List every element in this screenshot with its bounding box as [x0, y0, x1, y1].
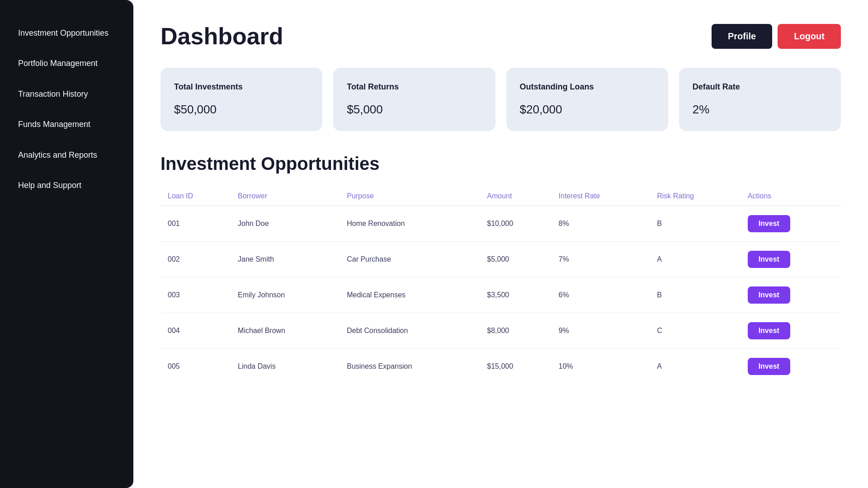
- stat-label-total-returns: Total Returns: [347, 82, 481, 92]
- cell-amount: $15,000: [480, 349, 551, 385]
- invest-button[interactable]: Invest: [748, 358, 790, 375]
- table-row: 001 John Doe Home Renovation $10,000 8% …: [160, 206, 841, 242]
- cell-actions: Invest: [741, 206, 841, 242]
- cell-loan-id: 001: [160, 206, 231, 242]
- col-risk-rating: Risk Rating: [650, 187, 740, 206]
- header: Dashboard Profile Logout: [160, 23, 841, 50]
- stat-card-outstanding-loans: Outstanding Loans $20,000: [506, 68, 668, 131]
- cell-actions: Invest: [741, 242, 841, 277]
- table-row: 005 Linda Davis Business Expansion $15,0…: [160, 349, 841, 385]
- cell-amount: $3,500: [480, 277, 551, 313]
- sidebar-item-transaction-history[interactable]: Transaction History: [0, 79, 133, 109]
- cell-risk-rating: B: [650, 206, 740, 242]
- table-row: 002 Jane Smith Car Purchase $5,000 7% A …: [160, 242, 841, 277]
- cell-interest-rate: 6%: [552, 277, 650, 313]
- stat-value-total-returns: $5,000: [347, 103, 481, 117]
- invest-button[interactable]: Invest: [748, 322, 790, 339]
- sidebar: Investment Opportunities Portfolio Manag…: [0, 0, 133, 488]
- profile-button[interactable]: Profile: [712, 24, 772, 49]
- col-purpose: Purpose: [340, 187, 480, 206]
- stat-value-total-investments: $50,000: [174, 103, 309, 117]
- table-row: 003 Emily Johnson Medical Expenses $3,50…: [160, 277, 841, 313]
- cell-interest-rate: 7%: [552, 242, 650, 277]
- col-amount: Amount: [480, 187, 551, 206]
- stat-value-outstanding-loans: $20,000: [520, 103, 655, 117]
- stat-value-default-rate: 2%: [693, 103, 827, 117]
- table-row: 004 Michael Brown Debt Consolidation $8,…: [160, 313, 841, 349]
- table-header-row: Loan ID Borrower Purpose Amount Interest…: [160, 187, 841, 206]
- sidebar-item-portfolio-management[interactable]: Portfolio Management: [0, 48, 133, 79]
- logout-button[interactable]: Logout: [778, 24, 841, 49]
- cell-purpose: Debt Consolidation: [340, 313, 480, 349]
- cell-purpose: Home Renovation: [340, 206, 480, 242]
- cell-loan-id: 002: [160, 242, 231, 277]
- stat-label-total-investments: Total Investments: [174, 82, 309, 92]
- cell-purpose: Car Purchase: [340, 242, 480, 277]
- cell-borrower: Michael Brown: [231, 313, 340, 349]
- invest-button[interactable]: Invest: [748, 251, 790, 268]
- invest-button[interactable]: Invest: [748, 215, 790, 232]
- page-title: Dashboard: [160, 23, 283, 50]
- col-interest-rate: Interest Rate: [552, 187, 650, 206]
- sidebar-item-analytics-and-reports[interactable]: Analytics and Reports: [0, 140, 133, 170]
- cell-interest-rate: 9%: [552, 313, 650, 349]
- main-content: Dashboard Profile Logout Total Investmen…: [133, 0, 868, 488]
- stat-label-default-rate: Default Rate: [693, 82, 827, 92]
- cell-amount: $10,000: [480, 206, 551, 242]
- col-actions: Actions: [741, 187, 841, 206]
- investment-opportunities-section: Investment Opportunities Loan ID Borrowe…: [160, 154, 841, 384]
- invest-button[interactable]: Invest: [748, 286, 790, 304]
- col-borrower: Borrower: [231, 187, 340, 206]
- cell-actions: Invest: [741, 313, 841, 349]
- cell-borrower: Jane Smith: [231, 242, 340, 277]
- cell-risk-rating: C: [650, 313, 740, 349]
- stat-card-total-returns: Total Returns $5,000: [333, 68, 495, 131]
- cell-purpose: Business Expansion: [340, 349, 480, 385]
- cell-risk-rating: A: [650, 349, 740, 385]
- stats-grid: Total Investments $50,000 Total Returns …: [160, 68, 841, 131]
- sidebar-item-help-and-support[interactable]: Help and Support: [0, 170, 133, 201]
- cell-borrower: Emily Johnson: [231, 277, 340, 313]
- col-loan-id: Loan ID: [160, 187, 231, 206]
- stat-card-default-rate: Default Rate 2%: [679, 68, 841, 131]
- cell-loan-id: 004: [160, 313, 231, 349]
- stat-card-total-investments: Total Investments $50,000: [160, 68, 322, 131]
- cell-amount: $8,000: [480, 313, 551, 349]
- investment-opportunities-title: Investment Opportunities: [160, 154, 841, 174]
- sidebar-item-investment-opportunities[interactable]: Investment Opportunities: [0, 18, 133, 48]
- header-buttons: Profile Logout: [712, 24, 841, 49]
- stat-label-outstanding-loans: Outstanding Loans: [520, 82, 655, 92]
- cell-loan-id: 005: [160, 349, 231, 385]
- cell-actions: Invest: [741, 349, 841, 385]
- sidebar-item-funds-management[interactable]: Funds Management: [0, 109, 133, 140]
- investment-table: Loan ID Borrower Purpose Amount Interest…: [160, 187, 841, 384]
- cell-purpose: Medical Expenses: [340, 277, 480, 313]
- cell-risk-rating: B: [650, 277, 740, 313]
- cell-borrower: Linda Davis: [231, 349, 340, 385]
- cell-loan-id: 003: [160, 277, 231, 313]
- cell-interest-rate: 8%: [552, 206, 650, 242]
- cell-interest-rate: 10%: [552, 349, 650, 385]
- cell-borrower: John Doe: [231, 206, 340, 242]
- cell-amount: $5,000: [480, 242, 551, 277]
- cell-risk-rating: A: [650, 242, 740, 277]
- cell-actions: Invest: [741, 277, 841, 313]
